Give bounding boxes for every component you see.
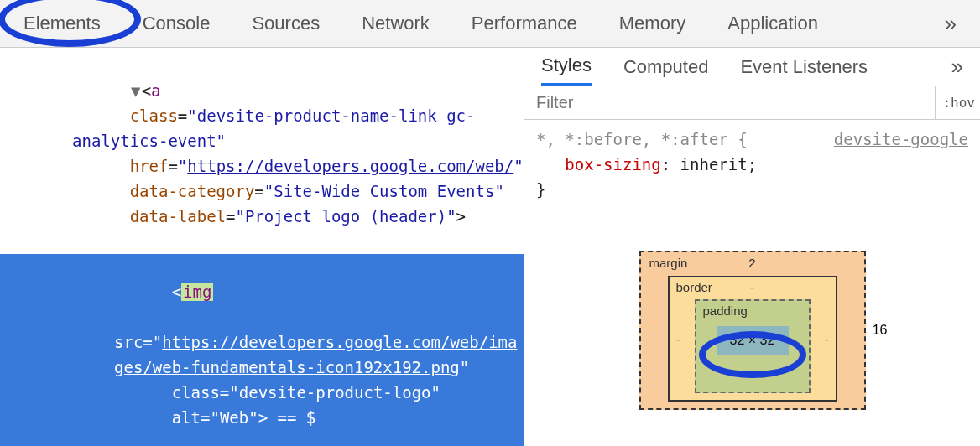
styles-filter-input[interactable] — [524, 86, 935, 119]
devtools-content: ▼<a class="devsite-product-name-link gc-… — [0, 48, 980, 446]
equals: = — [254, 182, 263, 200]
border-top-value[interactable]: - — [750, 280, 754, 294]
box-border-label: border — [676, 280, 712, 294]
attr-value: Project logo (header) — [245, 207, 446, 226]
attr-name: src — [114, 333, 143, 351]
hover-toggle[interactable]: :hov — [935, 86, 980, 119]
styles-filter-row: :hov — [524, 86, 980, 120]
quote: " — [494, 182, 503, 200]
styles-subtabs: Styles Computed Event Listeners » — [524, 48, 980, 86]
quote: " — [235, 207, 244, 226]
devtools-main-tabs: Elements Console Sources Network Perform… — [0, 0, 980, 48]
attr-name: data-label — [130, 207, 226, 226]
attr-name: href — [130, 157, 169, 175]
border-right-value[interactable]: - — [825, 332, 829, 346]
equals: = — [226, 207, 235, 226]
css-value[interactable]: inherit — [680, 155, 748, 174]
equals: = — [178, 106, 187, 125]
tab-application[interactable]: Application — [727, 13, 818, 34]
quote: " — [446, 207, 456, 226]
tab-performance[interactable]: Performance — [472, 13, 577, 34]
attr-value: devsite-product-logo — [239, 383, 431, 402]
css-property[interactable]: box-sizing — [565, 155, 660, 174]
attr-name: alt — [172, 408, 201, 427]
box-padding-label: padding — [703, 303, 748, 318]
box-margin-label: margin — [649, 256, 688, 270]
padding-right-value[interactable]: - — [800, 340, 804, 354]
equals: = — [220, 383, 229, 402]
tab-sources[interactable]: Sources — [252, 13, 320, 34]
stylesheet-link[interactable]: devsite-google — [834, 127, 968, 152]
brace-close: } — [536, 180, 545, 199]
quote: " — [460, 358, 469, 376]
quote: " — [210, 408, 219, 427]
css-selector: *, *:before, *:after { — [536, 130, 748, 148]
semicolon: ; — [748, 155, 757, 174]
margin-right-value[interactable]: 16 — [873, 323, 888, 338]
attr-name: class — [130, 106, 178, 125]
dom-node-anchor[interactable]: ▼<a class="devsite-product-name-link gc-… — [0, 53, 524, 254]
angle-bracket: > — [258, 408, 268, 427]
box-padding[interactable]: padding - - 32 × 32 — [695, 299, 811, 393]
quote: " — [431, 383, 440, 402]
tag-name: a — [151, 81, 160, 100]
disclosure-triangle-icon[interactable]: ▼ — [130, 78, 142, 103]
elements-panel[interactable]: ▼<a class="devsite-product-name-link gc-… — [0, 48, 524, 446]
angle-bracket: < — [142, 81, 151, 100]
styles-panel: Styles Computed Event Listeners » :hov d… — [524, 48, 980, 446]
quote: " — [264, 182, 274, 200]
subtabs-overflow-icon[interactable]: » — [951, 54, 963, 80]
equals: = — [201, 408, 210, 427]
quote: " — [153, 333, 162, 351]
box-margin[interactable]: margin 2 16 border - - - padding - - — [639, 251, 866, 410]
css-rule[interactable]: devsite-google *, *:before, *:after { bo… — [524, 120, 980, 209]
border-left-value[interactable]: - — [676, 332, 680, 346]
box-border[interactable]: border - - - padding - - 32 × 32 — [668, 276, 837, 402]
angle-bracket: > — [456, 207, 466, 226]
padding-left-value[interactable]: - — [701, 340, 706, 354]
attr-name: class — [172, 383, 220, 402]
margin-top-value[interactable]: 2 — [748, 256, 755, 270]
tab-elements[interactable]: Elements — [23, 13, 101, 34]
quote: " — [178, 157, 187, 175]
attr-value: Web — [220, 408, 248, 427]
tab-memory[interactable]: Memory — [619, 13, 685, 34]
attr-name: data-category — [130, 182, 255, 200]
attr-value: Site-Wide Custom Events — [274, 182, 494, 200]
equals: = — [168, 157, 177, 175]
tabs-overflow-icon[interactable]: » — [945, 11, 957, 37]
quote: " — [216, 132, 226, 150]
subtab-event-listeners[interactable]: Event Listeners — [740, 49, 868, 85]
subtab-styles[interactable]: Styles — [541, 48, 592, 86]
colon: : — [661, 155, 680, 174]
equals: = — [143, 333, 152, 351]
subtab-computed[interactable]: Computed — [623, 49, 709, 85]
quote: " — [248, 408, 258, 427]
tab-console[interactable]: Console — [143, 13, 211, 34]
quote: " — [187, 106, 196, 125]
box-content[interactable]: 32 × 32 — [717, 326, 789, 355]
href-link[interactable]: https://developers.google.com/web/ — [187, 157, 513, 175]
quote: " — [229, 383, 238, 402]
tag-name: img — [181, 283, 213, 301]
quote: " — [513, 157, 523, 175]
console-ref: == $ — [268, 408, 315, 427]
box-model: margin 2 16 border - - - padding - - — [524, 209, 980, 410]
tab-network[interactable]: Network — [362, 13, 430, 34]
angle-bracket: < — [172, 283, 181, 301]
src-link[interactable]: https://developers.google.com/web/images… — [114, 333, 517, 376]
content-dimensions: 32 × 32 — [730, 333, 775, 348]
dom-node-img-selected[interactable]: <img src="https://developers.google.com/… — [0, 254, 524, 446]
